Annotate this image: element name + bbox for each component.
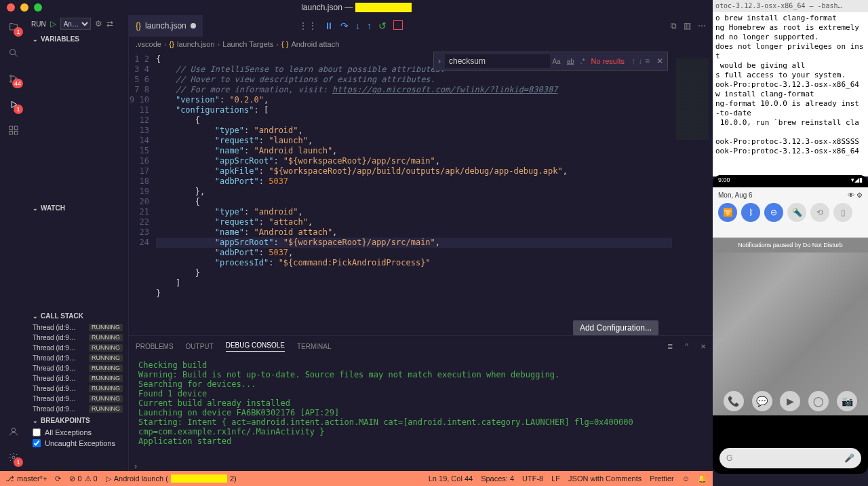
add-configuration-button[interactable]: Add Configuration... xyxy=(573,320,658,335)
tab-actions: ⧉ ▥ ⋯ xyxy=(671,21,713,31)
extensions-icon[interactable] xyxy=(5,122,22,138)
breakpoints-section[interactable]: ⌄BREAKPOINTS xyxy=(27,414,128,427)
emu-wallpaper[interactable]: 📞 💬 ▶ ◯ 📷 xyxy=(713,253,868,415)
tab-output[interactable]: OUTPUT xyxy=(186,343,214,350)
callstack-thread[interactable]: Thread (id:9…RUNNING xyxy=(27,404,128,414)
match-word-icon[interactable]: ab xyxy=(565,56,576,67)
battery-saver-toggle[interactable]: ▯ xyxy=(833,203,852,222)
step-into-button[interactable]: ↓ xyxy=(355,20,360,31)
camera-app-icon[interactable]: 📷 xyxy=(837,391,857,411)
debug-badge: 1 xyxy=(14,105,23,114)
explorer-icon[interactable]: 1 xyxy=(5,19,22,35)
compare-changes-icon[interactable]: ⧉ xyxy=(671,21,677,31)
sync-button[interactable]: ⟳ xyxy=(55,474,61,483)
tab-launch-json[interactable]: {} launch.json xyxy=(129,15,203,37)
code-content[interactable]: { // Use IntelliSense to learn about pos… xyxy=(156,52,672,335)
debug-icon[interactable]: 1 xyxy=(5,96,22,113)
breakpoint-item[interactable]: Uncaught Exceptions xyxy=(27,438,128,449)
find-selection-icon[interactable]: ≡ xyxy=(645,56,650,66)
step-over-button[interactable]: ↷ xyxy=(340,20,349,31)
callstack-thread[interactable]: Thread (id:9…RUNNING xyxy=(27,322,128,333)
editor-split: 1 2 3 4 5 6 7 8 9 10 11 12 13 14 15 16 1… xyxy=(129,52,713,335)
regex-icon[interactable]: .* xyxy=(578,56,587,67)
callstack-thread[interactable]: Thread (id:9…RUNNING xyxy=(27,394,128,404)
tab-label: launch.json xyxy=(145,21,186,31)
stop-button[interactable] xyxy=(393,20,403,30)
prettier-status[interactable]: Prettier xyxy=(650,474,673,483)
autorotate-toggle[interactable]: ⟲ xyxy=(810,203,829,222)
close-panel-icon[interactable]: ✕ xyxy=(701,343,706,350)
split-editor-icon[interactable]: ▥ xyxy=(684,21,691,31)
debug-launch-status[interactable]: ▷ Android launch ( 2) xyxy=(106,474,237,483)
bluetooth-toggle[interactable]: ᛒ xyxy=(741,203,760,222)
encoding[interactable]: UTF-8 xyxy=(522,474,543,483)
flashlight-toggle[interactable]: 🔦 xyxy=(787,203,806,222)
callstack-thread[interactable]: Thread (id:9…RUNNING xyxy=(27,384,128,394)
eol[interactable]: LF xyxy=(551,474,560,483)
title-redacted xyxy=(355,3,412,12)
config-gear-icon[interactable]: ⚙ xyxy=(95,19,102,29)
breadcrumb[interactable]: .vscode › {} launch.json › Launch Target… xyxy=(129,37,713,52)
close-find-icon[interactable]: ✕ xyxy=(652,56,667,66)
cursor-position[interactable]: Ln 19, Col 44 xyxy=(429,474,473,483)
more-actions-icon[interactable]: ⋯ xyxy=(698,21,706,31)
play-app-icon[interactable]: ▶ xyxy=(780,391,800,411)
settings-icon[interactable]: 1 xyxy=(5,449,22,466)
chrome-app-icon[interactable]: ◯ xyxy=(808,391,829,411)
wifi-toggle[interactable]: 🛜 xyxy=(718,203,737,222)
callstack-list: Thread (id:9…RUNNINGThread (id:9…RUNNING… xyxy=(27,322,128,414)
scm-icon[interactable]: 44 xyxy=(5,71,22,87)
breakpoint-checkbox[interactable] xyxy=(33,428,41,436)
messages-app-icon[interactable]: 💬 xyxy=(752,391,772,411)
google-search-bar[interactable]: G 🎤 xyxy=(719,448,861,468)
find-next-icon[interactable]: ↓ xyxy=(638,56,642,66)
step-out-button[interactable]: ↑ xyxy=(367,20,372,31)
android-emulator[interactable]: 9:00 ▾◢▮ Mon, Aug 6 👁 ⚙ 🛜 ᛒ ⊖ 🔦 ⟲ ▯ Noti… xyxy=(713,175,868,474)
panel-tabs: PROBLEMS OUTPUT DEBUG CONSOLE TERMINAL ≣… xyxy=(129,336,713,356)
start-debug-button[interactable]: ▷ xyxy=(50,19,56,29)
pause-button[interactable]: ⏸ xyxy=(324,20,334,31)
notifications-icon[interactable]: 🔔 xyxy=(698,474,707,483)
tab-terminal[interactable]: TERMINAL xyxy=(297,343,332,350)
drag-handle-icon[interactable]: ⋮⋮ xyxy=(298,20,317,31)
editor-area: {} launch.json ⋮⋮ ⏸ ↷ ↓ ↑ ↺ ⧉ ▥ ⋯ xyxy=(129,15,713,471)
feedback-icon[interactable]: ☺ xyxy=(682,474,690,483)
callstack-thread[interactable]: Thread (id:9…RUNNING xyxy=(27,333,128,343)
callstack-thread[interactable]: Thread (id:9…RUNNING xyxy=(27,353,128,363)
debug-console-output[interactable]: Checking build Warning: Build is not up-… xyxy=(129,356,713,462)
variables-section[interactable]: ⌄VARIABLES xyxy=(27,33,128,45)
indentation[interactable]: Spaces: 4 xyxy=(481,474,514,483)
expand-replace-icon[interactable]: › xyxy=(434,56,445,66)
tab-problems[interactable]: PROBLEMS xyxy=(136,343,174,350)
quick-settings: 🛜 ᛒ ⊖ 🔦 ⟲ ▯ xyxy=(718,203,863,222)
notification-shade[interactable]: Mon, Aug 6 👁 ⚙ 🛜 ᛒ ⊖ 🔦 ⟲ ▯ xyxy=(713,187,868,238)
git-branch[interactable]: ⎇ master*+ xyxy=(5,474,47,483)
breakpoint-checkbox[interactable] xyxy=(33,439,41,447)
debug-console-toggle-icon[interactable]: ⇄ xyxy=(106,19,113,29)
search-icon[interactable] xyxy=(5,45,22,61)
minimap[interactable] xyxy=(672,52,713,335)
match-case-icon[interactable]: Aa xyxy=(550,56,562,67)
filter-icon[interactable]: ≣ xyxy=(667,343,673,350)
mic-icon[interactable]: 🎤 xyxy=(844,453,854,463)
find-input[interactable] xyxy=(445,54,550,68)
dnd-toggle[interactable]: ⊖ xyxy=(764,203,783,222)
callstack-thread[interactable]: Thread (id:9…RUNNING xyxy=(27,343,128,353)
accounts-icon[interactable] xyxy=(5,424,22,440)
collapse-panel-icon[interactable]: ^ xyxy=(685,343,688,350)
watch-section[interactable]: ⌄WATCH xyxy=(27,202,128,214)
errors-warnings[interactable]: ⊘ 0 ⚠ 0 xyxy=(69,474,97,483)
breakpoint-item[interactable]: All Exceptions xyxy=(27,427,128,438)
callstack-thread[interactable]: Thread (id:9…RUNNING xyxy=(27,373,128,384)
callstack-thread[interactable]: Thread (id:9…RUNNING xyxy=(27,363,128,373)
phone-app-icon[interactable]: 📞 xyxy=(724,391,744,411)
language-mode[interactable]: JSON with Comments xyxy=(568,474,642,483)
callstack-section[interactable]: ⌄CALL STACK xyxy=(27,310,128,322)
external-terminal[interactable]: otoc-3.12.3-osx-x86_64 — -bash… o brew i… xyxy=(713,0,868,176)
editor[interactable]: 1 2 3 4 5 6 7 8 9 10 11 12 13 14 15 16 1… xyxy=(129,52,713,335)
tab-debug-console[interactable]: DEBUG CONSOLE xyxy=(226,341,285,352)
config-select[interactable]: An… xyxy=(60,18,91,30)
debug-console-input[interactable]: › xyxy=(129,462,713,471)
find-prev-icon[interactable]: ↑ xyxy=(631,56,635,66)
restart-button[interactable]: ↺ xyxy=(378,20,387,31)
